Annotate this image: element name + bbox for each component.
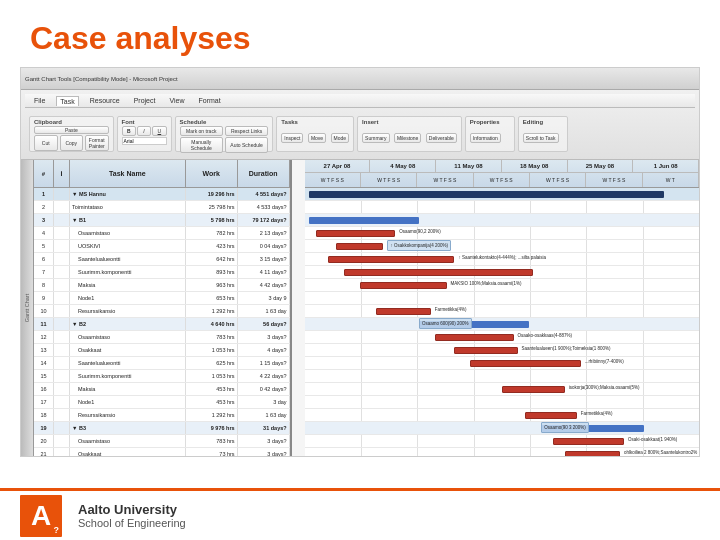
table-row[interactable]: 17 Node1 453 hrs 3 day <box>34 396 290 409</box>
tab-task[interactable]: Task <box>56 96 78 106</box>
gantt-row: Osaamo(90 3 200%) <box>305 422 699 435</box>
italic-button[interactable]: I <box>137 126 151 136</box>
tab-resource[interactable]: Resource <box>87 96 123 105</box>
gantt-row: ↑ Osakkokompanija(4 200%) <box>305 240 699 253</box>
copy-button[interactable]: Copy <box>60 135 84 151</box>
gantt-row: ↑ Saantelukontakto(4-444%); ...silta pal… <box>305 253 699 266</box>
cut-button[interactable]: Cut <box>34 135 58 151</box>
respect-links-button[interactable]: Respect Links <box>225 126 268 136</box>
table-row[interactable]: 12 Osaamistaso 783 hrs 3 days? <box>34 331 290 344</box>
gantt-row: MAKSIO 100%;Maksia.osaami(1%) <box>305 279 699 292</box>
table-row[interactable]: 18 Resurssikansio 1 292 hrs 1 63 day <box>34 409 290 422</box>
manually-schedule-button[interactable]: Manually Schedule <box>180 137 223 153</box>
ms-ribbon[interactable]: File Task Resource Project View Format C… <box>21 90 699 160</box>
tab-format[interactable]: Format <box>196 96 224 105</box>
toolbar-label: Gantt Chart Tools [Compatibility Mode] -… <box>25 76 178 82</box>
col-header-id: # <box>34 160 54 187</box>
gantt-row <box>305 370 699 383</box>
ribbon-insert: Insert Summary Milestone Deliverable <box>357 116 462 152</box>
underline-button[interactable]: U <box>152 126 166 136</box>
table-row[interactable]: 4 Osaamistaso 782 hrs 2 13 days? <box>34 227 290 240</box>
table-row[interactable]: 7 Suurimm.komponentti 893 hrs 4 11 days? <box>34 266 290 279</box>
university-name: Aalto University <box>78 502 186 517</box>
gantt-row <box>305 266 699 279</box>
aalto-logo: A ? <box>20 495 62 537</box>
side-indicator: Gantt Chart <box>21 160 34 456</box>
ribbon-font: Font B I U Arial <box>117 116 172 152</box>
paste-button[interactable]: Paste <box>34 126 109 134</box>
footer: A ? Aalto University School of Engineeri… <box>0 488 720 540</box>
col-header-duration: Duration <box>238 160 290 187</box>
gantt-row <box>305 201 699 214</box>
gantt-row: Osaamo 600(90) 200% <box>305 318 699 331</box>
gantt-time-header: 27 Apr 08 4 May 08 11 May 08 18 May 08 2… <box>305 160 699 188</box>
gantt-row <box>305 292 699 305</box>
move-button[interactable]: Move <box>308 133 326 143</box>
table-row[interactable]: 10 Resurssikansio 1 292 hrs 1 63 day <box>34 305 290 318</box>
gantt-bars-area: Osaamo(90,2 200%) ↑ Osakkokompanija(4 20… <box>305 188 699 456</box>
mark-on-track-button[interactable]: Mark on track <box>180 126 223 136</box>
table-row[interactable]: 15 Suurimm.komponentti 1 053 hrs 4 22 da… <box>34 370 290 383</box>
gantt-row: Osaamo(90,2 200%) <box>305 227 699 240</box>
ms-project-window: Gantt Chart Tools [Compatibility Mode] -… <box>20 67 700 457</box>
ms-project-toolbar[interactable]: Gantt Chart Tools [Compatibility Mode] -… <box>21 68 699 90</box>
information-button[interactable]: Information <box>470 133 501 143</box>
gantt-chart-label: Gantt Chart <box>24 294 30 322</box>
table-header: # i Task Name Work Duration <box>34 160 290 188</box>
table-row[interactable]: 20 Osaamistaso 783 hrs 3 days? <box>34 435 290 448</box>
table-row[interactable]: 11 ▼ B2 4 640 hrs 56 days? <box>34 318 290 331</box>
gantt-row: Farmetikka(4%) <box>305 305 699 318</box>
mode-button[interactable]: Mode <box>331 133 350 143</box>
page-title: Case analyses <box>30 20 690 57</box>
table-row[interactable]: 19 ▼ B3 9 976 hrs 31 days? <box>34 422 290 435</box>
gantt-row: Osaki-osakkaat(1 940%) <box>305 435 699 448</box>
ribbon-tasks: Tasks Inspect Move Mode <box>276 116 354 152</box>
table-row[interactable]: 9 Node1 653 hrs 3 day 9 <box>34 292 290 305</box>
col-header-work: Work <box>186 160 238 187</box>
gantt-row: ohlkoiliea 2 800%;Saantelukontro2% <box>305 448 699 456</box>
school-name: School of Engineering <box>78 517 186 529</box>
logo-letter: A <box>31 500 51 532</box>
table-row[interactable]: 1 ▼ MS Hannu 19 296 hrs 4 551 days? <box>34 188 290 201</box>
logo-question: ? <box>54 525 60 535</box>
table-row[interactable]: 13 Osakkaat 1 053 hrs 4 days? <box>34 344 290 357</box>
task-table[interactable]: # i Task Name Work Duration 1 ▼ MS Hannu… <box>34 160 292 456</box>
col-header-indicator: i <box>54 160 70 187</box>
table-body: 1 ▼ MS Hannu 19 296 hrs 4 551 days? 2 To… <box>34 188 290 456</box>
col-header-name: Task Name <box>70 160 186 187</box>
table-row[interactable]: 21 Osakkaat 73 hrs 3 days? <box>34 448 290 456</box>
format-painter-button[interactable]: Format Painter <box>85 135 109 151</box>
tab-project[interactable]: Project <box>131 96 159 105</box>
gantt-row: Saantelualueen(1 900%);Toimeksia(1 800%) <box>305 344 699 357</box>
footer-text: Aalto University School of Engineering <box>78 502 186 529</box>
table-row[interactable]: 5 UOSKIVI 423 hrs 0 04 days? <box>34 240 290 253</box>
table-row[interactable]: 3 ▼ B1 5 798 hrs 79 172 days? <box>34 214 290 227</box>
table-row[interactable]: 14 Saantelualueontti 625 hrs 1 15 days? <box>34 357 290 370</box>
ribbon-properties: Properties Information <box>465 116 515 152</box>
gantt-chart: 27 Apr 08 4 May 08 11 May 08 18 May 08 2… <box>305 160 699 456</box>
ribbon-schedule: Schedule Mark on track Respect Links Man… <box>175 116 274 152</box>
gantt-row: Osaako-osakkaas(4-887%) <box>305 331 699 344</box>
gantt-row <box>305 188 699 201</box>
tab-view[interactable]: View <box>166 96 187 105</box>
bold-button[interactable]: B <box>122 126 136 136</box>
milestone-button[interactable]: Milestone <box>394 133 421 143</box>
ribbon-clipboard: Clipboard Paste Cut Copy Format Painter <box>29 116 114 152</box>
gantt-row: ...rhibiinny(7-400%) <box>305 357 699 370</box>
gantt-row <box>305 214 699 227</box>
inspect-button[interactable]: Inspect <box>281 133 303 143</box>
ribbon-editing: Editing Scroll to Task <box>518 116 568 152</box>
page-header: Case analyses <box>0 0 720 67</box>
summary-button[interactable]: Summary <box>362 133 389 143</box>
table-row[interactable]: 16 Maksia 453 hrs 0 42 days? <box>34 383 290 396</box>
table-row[interactable]: 6 Saantelualueontti 642 hrs 3 15 days? <box>34 253 290 266</box>
tab-file[interactable]: File <box>31 96 48 105</box>
auto-schedule-button[interactable]: Auto Schedule <box>225 137 268 153</box>
aalto-logo-block: A ? <box>20 495 62 537</box>
table-row[interactable]: 2 Toimintataso 25 798 hrs 4 533 days? <box>34 201 290 214</box>
gantt-row: Farmetikka(4%) <box>305 409 699 422</box>
deliverable-button[interactable]: Deliverable <box>426 133 457 143</box>
gantt-row: isokorja(300%);Maksia.osaami(5%) <box>305 383 699 396</box>
table-row[interactable]: 8 Maksia 963 hrs 4 42 days? <box>34 279 290 292</box>
scroll-to-task-button[interactable]: Scroll to Task <box>523 133 559 143</box>
